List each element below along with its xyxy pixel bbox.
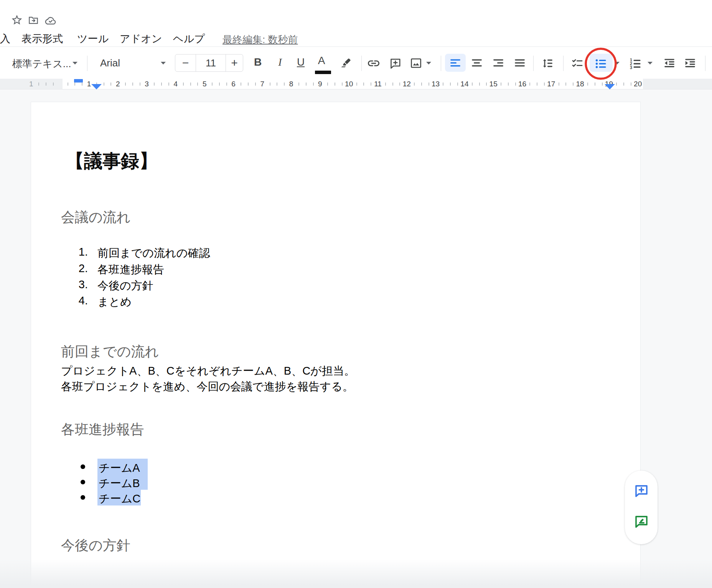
right-indent-marker[interactable] (605, 84, 615, 89)
move-folder-icon[interactable] (28, 15, 39, 26)
chevron-down-icon[interactable] (160, 61, 166, 65)
numbered-list-icon[interactable]: 123 (628, 57, 641, 70)
ruler-tick (132, 83, 133, 86)
bulleted-list-icon[interactable] (594, 57, 607, 70)
ruler-tick (429, 83, 429, 86)
ruler-tick (363, 83, 364, 86)
line-spacing-icon[interactable] (541, 57, 554, 70)
ruler-number: 6 (229, 80, 239, 88)
chevron-down-icon[interactable] (647, 61, 653, 65)
first-line-indent-marker[interactable] (74, 79, 83, 83)
document-page[interactable]: 【議事録】 会議の流れ 1. 前回までの流れの確認 2. 各班進捗報告 3. 今… (31, 102, 641, 588)
section-heading: 各班進捗報告 (61, 420, 144, 439)
list-item: チームA (99, 461, 140, 476)
menu-help[interactable]: ヘルプ (173, 33, 205, 45)
ruler-tick (587, 83, 588, 86)
ruler-tick (414, 83, 415, 86)
left-indent-marker[interactable] (91, 84, 102, 89)
ruler-tick (342, 83, 343, 86)
ruler-number: 4 (171, 80, 181, 88)
ruler-number: 8 (286, 80, 296, 88)
text-color-button[interactable]: A (315, 55, 328, 67)
align-center-icon[interactable] (470, 57, 483, 70)
ruler-tick (298, 83, 299, 86)
bullet-glyph (81, 495, 85, 500)
ruler-tick (529, 83, 530, 86)
section-heading: 今後の方針 (61, 536, 130, 555)
add-comment-icon[interactable] (389, 57, 402, 70)
ruler-tick (226, 83, 227, 86)
ruler-tick (68, 83, 68, 86)
toolbar-divider (563, 56, 564, 71)
list-item: まとめ (97, 294, 132, 310)
ruler-tick (623, 83, 624, 86)
align-left-icon[interactable] (449, 57, 462, 70)
insert-image-icon[interactable] (410, 57, 423, 70)
add-comment-bubble-icon[interactable] (633, 483, 649, 499)
toolbar-divider (533, 56, 534, 71)
menu-tools[interactable]: ツール (77, 33, 109, 45)
ruler-number: 10 (344, 80, 354, 88)
ruler-tick (544, 83, 545, 86)
chevron-down-icon[interactable] (72, 61, 78, 65)
chevron-down-icon[interactable] (426, 61, 432, 65)
list-item: 各班進捗報告 (97, 262, 164, 277)
ruler-number: 17 (546, 80, 556, 88)
svg-text:3: 3 (630, 65, 632, 70)
align-right-icon[interactable] (492, 57, 505, 70)
menu-insert-partial[interactable]: 入 (0, 33, 10, 45)
ruler-tick (573, 83, 574, 86)
italic-button[interactable]: I (273, 56, 287, 68)
last-edited-link[interactable]: 最終編集: 数秒前 (222, 33, 298, 46)
checklist-icon[interactable] (571, 57, 584, 70)
chevron-down-icon[interactable] (614, 61, 620, 65)
ruler-number: 16 (518, 80, 527, 88)
menu-addons[interactable]: アドオン (120, 33, 162, 45)
ruler-tick (392, 83, 393, 86)
menu-format[interactable]: 表示形式 (21, 33, 63, 45)
ruler-tick (154, 83, 155, 86)
ruler-tick (356, 83, 357, 86)
ruler-tick (306, 83, 307, 86)
ruler-tick (212, 83, 213, 86)
ruler-tick (219, 83, 220, 86)
ruler-tick (183, 83, 184, 86)
ruler-number: 18 (575, 80, 585, 88)
highlight-color-icon[interactable] (340, 56, 353, 69)
ruler-tick (335, 83, 335, 86)
ruler-tick (125, 83, 126, 86)
toolbar-divider (441, 56, 441, 71)
ruler-tick (161, 83, 162, 86)
ruler-tick (421, 83, 422, 86)
ruler-tick (559, 83, 559, 86)
font-size-value[interactable]: 11 (196, 55, 226, 71)
bold-button[interactable]: B (251, 56, 265, 68)
ruler-tick (457, 83, 458, 86)
toolbar-divider (361, 56, 362, 71)
paragraph-style-selector[interactable]: 標準テキス... (12, 57, 71, 71)
ruler-tick (501, 83, 501, 86)
ruler-tick (616, 83, 617, 86)
suggest-edits-icon[interactable] (633, 514, 649, 530)
star-icon[interactable] (11, 14, 23, 26)
decrease-font-size-button[interactable]: − (175, 55, 196, 71)
underline-button[interactable]: U (294, 56, 308, 68)
ruler-tick (190, 83, 191, 86)
cloud-saved-icon[interactable] (44, 15, 57, 27)
ruler-tick (38, 83, 39, 86)
ruler[interactable]: 11234567891011121314151617181920 (0, 79, 712, 89)
ruler-tick (479, 83, 480, 86)
paragraph-line: 各班プロジェクトを進め、今回の会議で進捗を報告する。 (61, 379, 354, 395)
align-justify-icon[interactable] (513, 57, 526, 70)
list-marker: 3. (69, 278, 88, 291)
font-family-selector[interactable]: Arial (100, 57, 120, 69)
ruler-tick (399, 83, 400, 86)
ruler-tick (443, 83, 443, 86)
insert-link-icon[interactable] (367, 56, 380, 69)
decrease-indent-icon[interactable] (663, 57, 676, 70)
ruler-tick (595, 83, 595, 86)
ruler-tick (110, 83, 111, 86)
increase-indent-icon[interactable] (684, 57, 697, 70)
list-marker: 4. (69, 294, 88, 307)
increase-font-size-button[interactable]: + (226, 55, 243, 71)
